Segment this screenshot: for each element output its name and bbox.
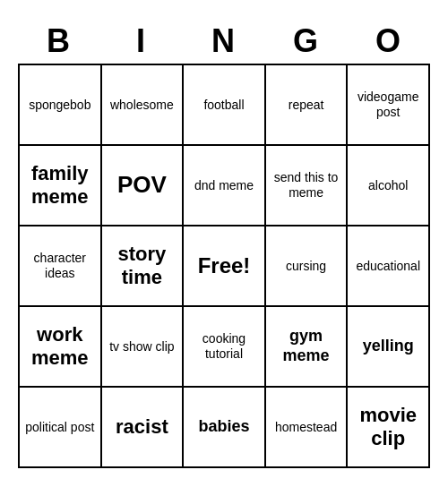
bingo-cell: babies bbox=[184, 388, 266, 468]
header-letter: B bbox=[18, 19, 100, 64]
bingo-cell: send this to meme bbox=[266, 146, 349, 226]
header-letter: N bbox=[183, 19, 265, 64]
bingo-cell: alcohol bbox=[348, 146, 430, 226]
header-letter: O bbox=[348, 19, 430, 64]
bingo-cell: repeat bbox=[266, 65, 349, 146]
bingo-cell: political post bbox=[20, 388, 102, 468]
bingo-cell: videogame post bbox=[348, 65, 430, 146]
bingo-cell: work meme bbox=[20, 307, 102, 388]
bingo-cell: gym meme bbox=[266, 307, 349, 388]
bingo-cell: cooking tutorial bbox=[184, 307, 266, 388]
bingo-cell: spongebob bbox=[20, 65, 102, 146]
bingo-cell: yelling bbox=[348, 307, 430, 388]
bingo-grid: spongebobwholesomefootballrepeatvideogam… bbox=[18, 64, 430, 468]
header-letter: G bbox=[265, 19, 348, 64]
bingo-cell: character ideas bbox=[20, 226, 102, 307]
bingo-cell: family meme bbox=[20, 146, 102, 226]
bingo-cell: Free! bbox=[184, 226, 266, 307]
bingo-cell: racist bbox=[102, 388, 185, 468]
header-letter: I bbox=[100, 19, 183, 64]
bingo-cell: tv show clip bbox=[102, 307, 185, 388]
bingo-cell: educational bbox=[348, 226, 430, 307]
bingo-cell: dnd meme bbox=[184, 146, 266, 226]
bingo-cell: cursing bbox=[266, 226, 349, 307]
bingo-cell: homestead bbox=[266, 388, 349, 468]
bingo-board: BINGO spongebobwholesomefootballrepeatvi… bbox=[18, 19, 430, 468]
bingo-header: BINGO bbox=[18, 19, 430, 64]
bingo-cell: story time bbox=[102, 226, 185, 307]
bingo-cell: movie clip bbox=[348, 388, 430, 468]
bingo-cell: POV bbox=[102, 146, 185, 226]
bingo-cell: football bbox=[184, 65, 266, 146]
bingo-cell: wholesome bbox=[102, 65, 185, 146]
